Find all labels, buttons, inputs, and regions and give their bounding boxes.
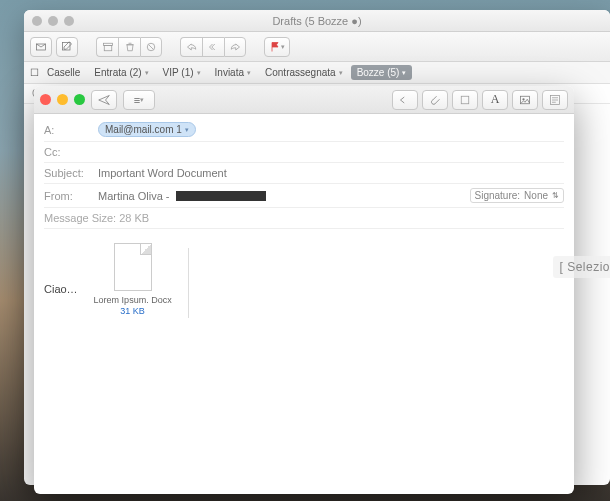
delete-button[interactable] xyxy=(118,37,140,57)
mailboxes-icon[interactable]: ☐ xyxy=(30,67,39,78)
to-recipient-pill[interactable]: Mail@mail.com 1▾ xyxy=(98,122,196,137)
zoom-button[interactable] xyxy=(74,94,85,105)
compose-titlebar: ≡ ▾ A xyxy=(34,86,574,114)
header-fields-button[interactable]: ≡ ▾ xyxy=(123,90,155,110)
fav-caselle[interactable]: Caselle xyxy=(41,65,86,80)
close-button[interactable] xyxy=(40,94,51,105)
forward-button[interactable] xyxy=(224,37,246,57)
cc-label: Cc: xyxy=(44,146,92,158)
svg-point-7 xyxy=(522,98,524,100)
message-size-value: 28 KB xyxy=(119,212,149,224)
from-label: From: xyxy=(44,190,92,202)
attachment-name: Lorem Ipsum. Docx xyxy=(88,295,178,306)
fav-entrata[interactable]: Entrata (2)▾ xyxy=(88,65,154,80)
selection-overlay: [ Selezio xyxy=(553,256,610,278)
attach-button[interactable] xyxy=(422,90,448,110)
subject-value: Important Word Document xyxy=(98,167,227,179)
mail-titlebar: Drafts (5 Bozze ●) xyxy=(24,10,610,32)
compose-window: ≡ ▾ A A: Mail@mail.com 1▾ Cc: Subject: I… xyxy=(34,86,574,494)
fav-bozze[interactable]: Bozze (5)▾ xyxy=(351,65,413,80)
flag-button[interactable]: ▾ xyxy=(264,37,290,57)
from-row: From: Martina Oliva - Signature: None ⇅ xyxy=(44,184,564,208)
compose-traffic-lights xyxy=(40,94,85,105)
svg-rect-3 xyxy=(104,45,112,50)
emoji-button[interactable] xyxy=(542,90,568,110)
svg-rect-5 xyxy=(461,96,469,104)
signature-select[interactable]: Signature: None ⇅ xyxy=(470,188,565,203)
chevron-down-icon: ▾ xyxy=(140,96,144,104)
signature-value: None xyxy=(524,190,548,201)
cursor-line xyxy=(188,248,189,318)
body-text: Ciao… xyxy=(44,243,78,295)
from-value: Martina Oliva - xyxy=(98,190,170,202)
cc-row[interactable]: Cc: xyxy=(44,142,564,163)
archive-button[interactable] xyxy=(96,37,118,57)
document-icon xyxy=(114,243,152,291)
attachment[interactable]: Lorem Ipsum. Docx 31 KB xyxy=(88,243,178,316)
send-button[interactable] xyxy=(91,90,117,110)
message-size-label: Message Size: xyxy=(44,212,116,224)
mail-window-title: Drafts (5 Bozze ●) xyxy=(24,15,610,27)
junk-button[interactable] xyxy=(140,37,162,57)
subject-row[interactable]: Subject: Important Word Document xyxy=(44,163,564,184)
signature-label: Signature: xyxy=(475,190,521,201)
minimize-button[interactable] xyxy=(57,94,68,105)
format-button[interactable] xyxy=(452,90,478,110)
to-label: A: xyxy=(44,124,92,136)
fav-contrassegnata[interactable]: Contrassegnata▾ xyxy=(259,65,349,80)
subject-label: Subject: xyxy=(44,167,92,179)
get-mail-button[interactable] xyxy=(30,37,52,57)
reply-button[interactable] xyxy=(180,37,202,57)
photo-button[interactable] xyxy=(512,90,538,110)
reply-action-button[interactable] xyxy=(392,90,418,110)
from-redacted xyxy=(176,191,266,201)
fav-vip[interactable]: VIP (1)▾ xyxy=(157,65,207,80)
attachment-size: 31 KB xyxy=(88,306,178,316)
mail-toolbar: ▾ xyxy=(24,32,610,62)
to-row[interactable]: A: Mail@mail.com 1▾ xyxy=(44,118,564,142)
compose-body[interactable]: Ciao… Lorem Ipsum. Docx 31 KB xyxy=(34,233,574,328)
stepper-icon: ⇅ xyxy=(552,191,559,200)
favorites-bar: ☐ Caselle Entrata (2)▾ VIP (1)▾ Inviata▾… xyxy=(24,62,610,84)
fav-inviata[interactable]: Inviata▾ xyxy=(209,65,257,80)
font-button[interactable]: A xyxy=(482,90,508,110)
compose-headers: A: Mail@mail.com 1▾ Cc: Subject: Importa… xyxy=(34,114,574,233)
message-size-row: Message Size: 28 KB xyxy=(44,208,564,229)
chevron-down-icon: ▾ xyxy=(185,126,189,134)
reply-all-button[interactable] xyxy=(202,37,224,57)
compose-button[interactable] xyxy=(56,37,78,57)
